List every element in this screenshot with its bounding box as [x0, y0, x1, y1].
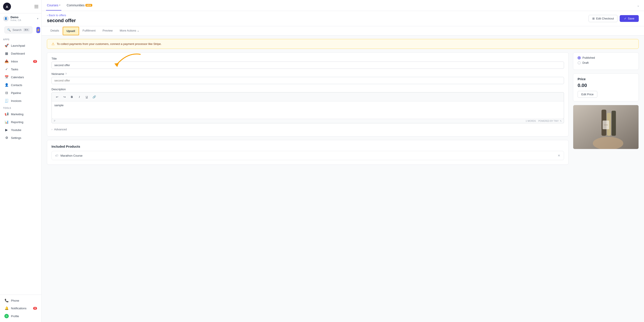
sidebar-item-label: Profile [11, 314, 19, 318]
back-link[interactable]: ‹ Back to offers [47, 14, 76, 17]
search-button[interactable]: 🔍 Search ⌘K [4, 26, 32, 34]
top-nav-more-button[interactable]: ⌄ [637, 3, 640, 8]
undo-button[interactable]: ↩ [54, 94, 60, 100]
alert-message: To collect payments from your customers,… [57, 42, 162, 46]
sidebar-item-pipeline[interactable]: ⊟ Pipeline [1, 89, 40, 96]
notifications-icon: 🔔 [4, 306, 9, 310]
content-layout: Title Nickname ? Description ↩ [42, 52, 644, 170]
main-panel: Title Nickname ? Description ↩ [47, 52, 568, 165]
sidebar-item-notifications[interactable]: 🔔 Notifications 6 [1, 304, 40, 312]
tab-fulfillment[interactable]: Fulfillment [79, 26, 99, 35]
inbox-icon: 📥 [4, 59, 9, 63]
edit-price-button[interactable]: Edit Price [578, 91, 597, 98]
editor-content[interactable]: sample [52, 102, 564, 119]
bold-button[interactable]: B [69, 94, 75, 100]
nickname-field: Nickname ? [52, 72, 564, 84]
status-published[interactable]: Published [578, 56, 634, 59]
sidebar-item-marketing[interactable]: 📢 Marketing [1, 110, 40, 118]
edit-checkout-button[interactable]: ⊞ Edit Checkout [588, 15, 618, 22]
user-name: Demo [10, 16, 35, 19]
sidebar-item-label: Invoices [11, 99, 22, 102]
radio-published-icon [578, 56, 581, 59]
reporting-icon: 📊 [4, 120, 9, 124]
user-icon: 👤 [3, 16, 9, 22]
pipeline-icon: ⊟ [4, 91, 9, 95]
tab-details[interactable]: Details [47, 26, 63, 35]
sidebar-item-settings[interactable]: ⚙ Settings [1, 134, 40, 142]
top-nav-courses[interactable]: Courses ▾ [46, 0, 61, 10]
search-label: Search [12, 28, 22, 32]
nickname-help-icon[interactable]: ? [65, 72, 67, 76]
apps-section-label: Apps [0, 36, 42, 42]
lightning-button[interactable]: ⚡ [36, 27, 40, 33]
save-label: Save [628, 17, 634, 20]
svg-rect-4 [612, 111, 616, 136]
upsell-tab-wrapper: Upsell [63, 26, 79, 35]
sidebar-item-dashboard[interactable]: ▦ Dashboard [1, 50, 40, 57]
editor-footer: P 1 WORDS POWERED BY TINY ✎ [52, 119, 564, 123]
sidebar-item-tasks[interactable]: ✓ Tasks [1, 66, 40, 73]
hamburger-button[interactable] [34, 5, 38, 8]
sidebar-item-reporting[interactable]: 📊 Reporting [1, 118, 40, 126]
sidebar-item-label: Notifications [11, 307, 26, 310]
redo-button[interactable]: ↪ [61, 94, 68, 100]
tab-upsell[interactable]: Upsell [63, 27, 79, 35]
sidebar-header: A [0, 0, 42, 13]
sidebar-item-youtube[interactable]: ▶ Youtube [1, 126, 40, 134]
sidebar-item-calendars[interactable]: 📅 Calendars [1, 74, 40, 81]
editor-toolbar: ↩ ↪ B I U 🔗 [52, 92, 564, 102]
user-section[interactable]: 👤 Demo Irvine, CA ▾ [0, 13, 42, 24]
calendars-icon: 📅 [4, 75, 9, 79]
tabs-row: Details Upsell Fulfillment Preview More … [42, 26, 644, 36]
title-input[interactable] [52, 62, 564, 69]
alert-banner: ⚠ To collect payments from your customer… [47, 39, 639, 49]
price-label: Price [578, 77, 634, 81]
price-card: Price 0.00 Edit Price [573, 74, 639, 102]
advanced-toggle[interactable]: › Advanced [52, 127, 564, 132]
top-nav-communities[interactable]: Communities New [66, 0, 93, 10]
tab-more-actions[interactable]: More Actions ⌄ [116, 26, 143, 35]
save-check-icon: ✓ [624, 17, 626, 20]
italic-button[interactable]: I [76, 94, 82, 100]
search-shortcut: ⌘K [23, 28, 29, 32]
inbox-badge: 0 [33, 60, 37, 63]
link-button[interactable]: 🔗 [91, 94, 97, 100]
sidebar-bottom: 📞 Phone 🔔 Notifications 6 G Profile [0, 294, 42, 322]
communities-label: Communities [66, 4, 84, 7]
contacts-icon: 👤 [4, 83, 9, 87]
sidebar-item-inbox[interactable]: 📥 Inbox 0 [1, 58, 40, 65]
product-image: Hysteria [573, 105, 638, 149]
published-label: Published [582, 56, 595, 59]
sidebar: A 👤 Demo Irvine, CA ▾ 🔍 Search ⌘K ⚡ Apps… [0, 0, 42, 322]
sidebar-item-label: Youtube [11, 128, 21, 132]
product-remove-button[interactable]: ✕ [558, 154, 560, 157]
tab-preview[interactable]: Preview [99, 26, 116, 35]
form-card: Title Nickname ? Description ↩ [47, 52, 568, 136]
alert-icon: ⚠ [52, 42, 54, 46]
sidebar-item-label: Tasks [11, 68, 18, 71]
avatar: A [3, 3, 11, 10]
user-chevron-icon: ▾ [37, 17, 38, 20]
sidebar-item-label: Launchpad [11, 44, 25, 47]
header-actions: ⊞ Edit Checkout ✓ Save [588, 15, 639, 22]
sidebar-item-invoices[interactable]: 🧾 Invoices [1, 97, 40, 104]
sidebar-item-phone[interactable]: 📞 Phone [1, 297, 40, 304]
nickname-input[interactable] [52, 77, 564, 84]
main-wrapper: Courses ▾ Communities New ⌄ ‹ Back to of… [42, 0, 644, 322]
sidebar-item-label: Contacts [11, 84, 22, 87]
radio-draft-icon [578, 61, 581, 64]
product-name: Marathon Course [60, 154, 556, 157]
tabs-bar: Details Upsell Fulfillment Preview More … [42, 26, 644, 36]
sidebar-item-launchpad[interactable]: 🚀 Launchpad [1, 42, 40, 49]
tasks-icon: ✓ [4, 67, 9, 71]
save-button[interactable]: ✓ Save [620, 15, 639, 22]
search-icon: 🔍 [7, 28, 11, 32]
sidebar-item-contacts[interactable]: 👤 Contacts [1, 81, 40, 89]
status-draft[interactable]: Draft [578, 61, 634, 64]
profile-icon: G [4, 314, 9, 318]
title-field: Title [52, 57, 564, 69]
sidebar-item-profile[interactable]: G Profile [1, 312, 40, 320]
more-icon: ⌄ [637, 4, 640, 7]
underline-button[interactable]: U [84, 94, 90, 100]
product-item-marathon-course: 🏷 Marathon Course ✕ [52, 151, 564, 160]
